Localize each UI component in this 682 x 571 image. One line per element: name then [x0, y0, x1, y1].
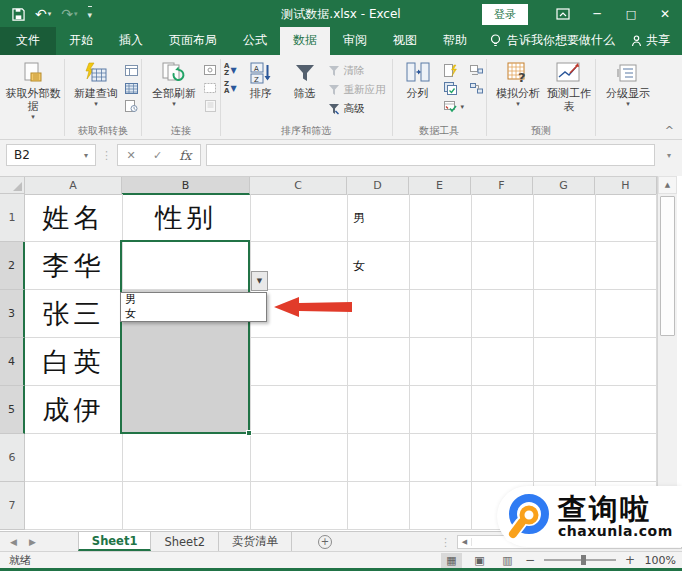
- tell-me-box[interactable]: 告诉我你想要做什么: [490, 32, 615, 55]
- recent-sources-icon[interactable]: [124, 99, 138, 113]
- forecast-sheet-button[interactable]: 预测工作表: [546, 58, 592, 113]
- sheet-tab-sales-list[interactable]: 卖货清单: [219, 532, 292, 551]
- data-validation-button[interactable]: ▾: [444, 99, 465, 114]
- row-header-1[interactable]: 1: [0, 194, 25, 242]
- cell-a3[interactable]: 张三: [25, 290, 122, 338]
- text-to-columns-button[interactable]: 分列: [396, 58, 440, 100]
- edit-links-icon[interactable]: [203, 99, 217, 113]
- show-queries-icon[interactable]: [124, 63, 138, 77]
- column-header-e[interactable]: E: [409, 177, 471, 195]
- login-button[interactable]: 登录: [482, 4, 528, 25]
- advanced-filter-button[interactable]: 高级: [327, 101, 389, 116]
- cell-a1[interactable]: 姓名: [25, 194, 122, 242]
- tab-home[interactable]: 开始: [56, 27, 106, 55]
- zoom-slider-thumb[interactable]: [581, 555, 586, 565]
- tab-help[interactable]: 帮助: [430, 27, 480, 55]
- select-all-corner[interactable]: [0, 177, 25, 194]
- column-header-g[interactable]: G: [533, 177, 595, 195]
- cell-dropdown-button[interactable]: ▼: [251, 271, 268, 291]
- remove-duplicates-icon[interactable]: [444, 81, 458, 95]
- cell-a4[interactable]: 白英: [25, 338, 122, 386]
- confirm-entry-icon[interactable]: ✓: [153, 149, 162, 162]
- tab-formulas[interactable]: 公式: [230, 27, 280, 55]
- name-box[interactable]: B2 ▾: [6, 144, 96, 166]
- page-break-view-icon[interactable]: ▥: [497, 553, 518, 568]
- consolidate-icon[interactable]: [469, 63, 483, 77]
- refresh-all-button[interactable]: 全部刷新 ▾: [145, 58, 203, 108]
- from-table-icon[interactable]: [124, 81, 138, 95]
- what-if-analysis-button[interactable]: ? 模拟分析 ▾: [490, 58, 546, 108]
- undo-button[interactable]: ↶▾: [35, 7, 51, 21]
- normal-view-icon[interactable]: ▦: [441, 553, 462, 568]
- properties-icon[interactable]: [203, 81, 217, 95]
- zoom-level[interactable]: 100%: [642, 554, 676, 567]
- relationships-icon[interactable]: [469, 81, 483, 95]
- sort-ascending-icon[interactable]: AZ▼: [224, 63, 237, 77]
- column-header-a[interactable]: A: [25, 177, 122, 195]
- tab-view[interactable]: 视图: [380, 27, 430, 55]
- row-header-6[interactable]: 6: [0, 434, 25, 482]
- sort-button[interactable]: AZ 排序: [239, 58, 283, 100]
- new-query-button[interactable]: 新建查询 ▾: [68, 58, 124, 108]
- collapse-ribbon-icon[interactable]: ^: [665, 124, 674, 137]
- minimize-button[interactable]: ─: [580, 0, 614, 28]
- maximize-button[interactable]: □: [614, 0, 648, 28]
- row-header-5[interactable]: 5: [0, 386, 25, 434]
- name-box-dropdown-icon[interactable]: ▾: [77, 151, 95, 160]
- close-button[interactable]: ✕: [648, 0, 682, 28]
- cell-a5[interactable]: 成伊: [25, 386, 122, 434]
- zoom-slider[interactable]: [544, 559, 616, 561]
- tab-data[interactable]: 数据: [280, 27, 330, 55]
- row-header-3[interactable]: 3: [0, 290, 25, 338]
- cell-b1[interactable]: 性别: [122, 194, 250, 242]
- save-icon[interactable]: [12, 8, 25, 21]
- row-header-7[interactable]: 7: [0, 482, 25, 530]
- cell-a2[interactable]: 李华: [25, 242, 122, 290]
- formula-input[interactable]: [206, 144, 655, 166]
- new-sheet-icon[interactable]: +: [318, 535, 332, 549]
- get-external-data-button[interactable]: 获取外部数据 ▾: [5, 58, 61, 121]
- flash-fill-icon[interactable]: [444, 63, 458, 77]
- cancel-entry-icon[interactable]: ✕: [127, 149, 136, 162]
- dropdown-option-female[interactable]: 女: [121, 307, 266, 321]
- connection-properties-icon[interactable]: [203, 63, 217, 77]
- prev-sheet-icon[interactable]: ◀: [10, 537, 17, 547]
- tab-file[interactable]: 文件: [0, 27, 56, 55]
- redo-button[interactable]: ↷▾: [61, 7, 77, 21]
- fill-handle[interactable]: [246, 430, 252, 436]
- scroll-left-icon[interactable]: ◀: [458, 538, 472, 546]
- zoom-out-icon[interactable]: −: [525, 553, 535, 567]
- next-sheet-icon[interactable]: ▶: [29, 537, 36, 547]
- tab-insert[interactable]: 插入: [106, 27, 156, 55]
- page-layout-view-icon[interactable]: ▣: [469, 553, 490, 568]
- clear-filter-button[interactable]: 清除: [327, 63, 389, 78]
- ribbon-display-options-icon[interactable]: [546, 0, 580, 28]
- sheet-tab-sheet2[interactable]: Sheet2: [151, 532, 219, 551]
- outline-button[interactable]: 分级显示 ▾: [599, 58, 657, 108]
- scroll-up-icon[interactable]: ▲: [658, 176, 677, 194]
- reapply-filter-button[interactable]: 重新应用: [327, 82, 389, 97]
- column-header-f[interactable]: F: [471, 177, 533, 195]
- expand-formula-bar-icon[interactable]: ▾: [660, 151, 678, 160]
- tab-page-layout[interactable]: 页面布局: [156, 27, 230, 55]
- sheet-tab-sheet1[interactable]: Sheet1: [78, 532, 152, 551]
- cell-d2[interactable]: 女: [347, 242, 409, 290]
- sort-descending-icon[interactable]: ZA▼: [224, 81, 237, 95]
- column-header-b[interactable]: B: [122, 177, 250, 195]
- chaxunla-logo-icon: [503, 491, 555, 543]
- column-header-c[interactable]: C: [250, 177, 347, 195]
- filter-button[interactable]: 筛选: [283, 58, 327, 100]
- column-header-h[interactable]: H: [595, 177, 657, 195]
- dropdown-option-male[interactable]: 男: [121, 293, 266, 307]
- customize-qat-button[interactable]: ▾: [88, 6, 93, 22]
- row-header-4[interactable]: 4: [0, 338, 25, 386]
- share-button[interactable]: 共享: [631, 32, 670, 49]
- zoom-in-icon[interactable]: +: [625, 553, 635, 567]
- row-header-2[interactable]: 2: [0, 242, 25, 290]
- column-header-d[interactable]: D: [347, 177, 409, 195]
- insert-function-icon[interactable]: fx: [179, 148, 191, 163]
- cell-d1[interactable]: 男: [347, 194, 409, 242]
- tab-review[interactable]: 审阅: [330, 27, 380, 55]
- vertical-scrollbar-thumb[interactable]: [660, 196, 675, 336]
- vertical-scrollbar[interactable]: ▲: [657, 176, 677, 531]
